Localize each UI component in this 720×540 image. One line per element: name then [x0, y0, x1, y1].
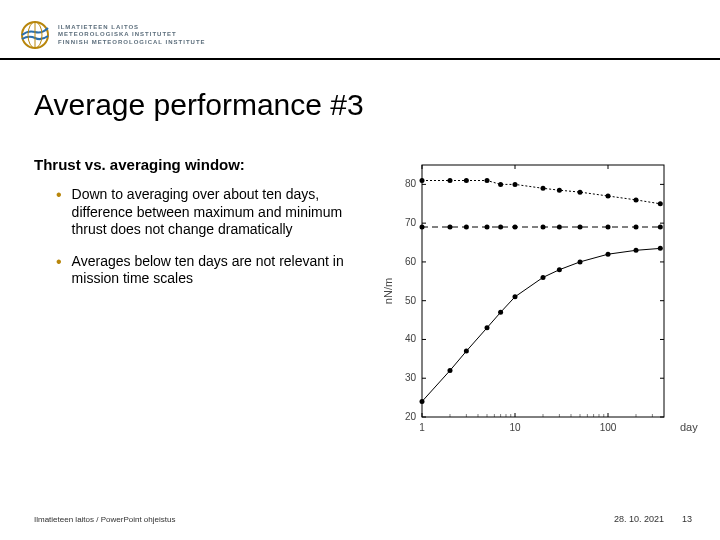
svg-point-77: [658, 225, 663, 230]
slide-subtitle: Thrust vs. averaging window:: [34, 156, 245, 173]
svg-rect-3: [422, 165, 664, 417]
svg-text:20: 20: [405, 411, 417, 422]
footer-page-number: 13: [682, 514, 692, 524]
svg-point-88: [634, 248, 639, 253]
svg-text:days: days: [680, 421, 698, 433]
slide-title: Average performance #3: [34, 88, 364, 122]
svg-text:nN/m: nN/m: [382, 278, 394, 304]
svg-point-58: [498, 182, 503, 187]
org-line-1: ILMATIETEEN LAITOS: [58, 24, 206, 31]
svg-text:60: 60: [405, 256, 417, 267]
svg-point-81: [485, 325, 490, 330]
svg-point-76: [634, 225, 639, 230]
bullet-item: • Averages below ten days are not releva…: [56, 253, 366, 288]
svg-point-55: [447, 178, 452, 183]
svg-point-85: [557, 267, 562, 272]
svg-point-71: [513, 225, 518, 230]
svg-text:100: 100: [600, 422, 617, 433]
svg-point-74: [578, 225, 583, 230]
slide: ILMATIETEEN LAITOS METEOROLOGISKA INSTIT…: [0, 0, 720, 540]
svg-point-70: [498, 225, 503, 230]
svg-point-62: [578, 190, 583, 195]
svg-point-61: [557, 188, 562, 193]
svg-point-66: [420, 225, 425, 230]
bullet-item: • Down to averaging over about ten days,…: [56, 186, 366, 239]
org-line-3: FINNISH METEOROLOGICAL INSTITUTE: [58, 39, 206, 46]
svg-point-75: [606, 225, 611, 230]
svg-point-65: [658, 201, 663, 206]
svg-text:40: 40: [405, 333, 417, 344]
bullet-icon: •: [56, 253, 62, 288]
svg-point-59: [513, 182, 518, 187]
svg-text:30: 30: [405, 372, 417, 383]
svg-point-56: [464, 178, 469, 183]
footer-date: 28. 10. 2021: [614, 514, 664, 524]
org-line-2: METEOROLOGISKA INSTITUTET: [58, 31, 206, 38]
svg-text:10: 10: [509, 422, 521, 433]
svg-point-67: [447, 225, 452, 230]
body-text: • Down to averaging over about ten days,…: [56, 186, 366, 302]
svg-point-64: [634, 197, 639, 202]
svg-point-60: [541, 186, 546, 191]
header-divider: [0, 58, 720, 60]
svg-point-69: [485, 225, 490, 230]
svg-point-87: [606, 252, 611, 257]
svg-point-80: [464, 349, 469, 354]
svg-point-82: [498, 310, 503, 315]
svg-text:80: 80: [405, 178, 417, 189]
svg-point-79: [447, 368, 452, 373]
globe-logo-icon: [20, 20, 50, 50]
svg-point-63: [606, 194, 611, 199]
svg-point-57: [485, 178, 490, 183]
org-name: ILMATIETEEN LAITOS METEOROLOGISKA INSTIT…: [58, 24, 206, 46]
svg-text:50: 50: [405, 295, 417, 306]
svg-point-78: [420, 399, 425, 404]
header: ILMATIETEEN LAITOS METEOROLOGISKA INSTIT…: [20, 20, 206, 50]
bullet-icon: •: [56, 186, 62, 239]
svg-point-84: [541, 275, 546, 280]
bullet-text: Down to averaging over about ten days, d…: [72, 186, 366, 239]
svg-point-72: [541, 225, 546, 230]
svg-point-86: [578, 259, 583, 264]
thrust-chart: 20304050607080110100daysnN/m: [378, 155, 698, 455]
svg-point-73: [557, 225, 562, 230]
svg-point-89: [658, 246, 663, 251]
svg-text:1: 1: [419, 422, 425, 433]
svg-text:70: 70: [405, 217, 417, 228]
bullet-text: Averages below ten days are not relevant…: [72, 253, 366, 288]
svg-point-83: [513, 294, 518, 299]
svg-point-54: [420, 178, 425, 183]
footer-left-text: Ilmatieteen laitos / PowerPoint ohjeistu…: [34, 515, 175, 524]
svg-point-68: [464, 225, 469, 230]
